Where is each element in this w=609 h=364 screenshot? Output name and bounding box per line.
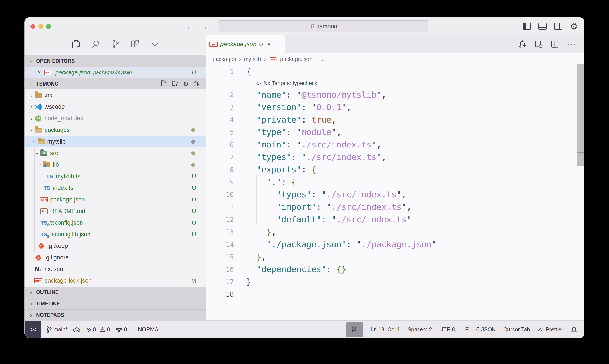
code-line-3[interactable]: 3 "version": "0.0.1", <box>206 101 584 114</box>
tree-item-mytslib[interactable]: ›mytslib <box>25 136 206 147</box>
extensions-icon[interactable] <box>131 40 140 49</box>
code-line-4[interactable]: 4 "private": true, <box>206 114 584 126</box>
formatter-indicator[interactable]: ✓✓ Prettier <box>537 326 563 333</box>
branch-indicator[interactable]: main* <box>46 326 68 333</box>
source-control-icon[interactable] <box>111 40 120 49</box>
tree-item-readme-md[interactable]: M↓README.mdU <box>25 205 206 217</box>
tree-item--gitkeep[interactable]: ⑂.gitkeep <box>25 240 206 252</box>
toggle-primary-sidebar-icon[interactable] <box>523 23 531 30</box>
breadcrumb-mytslib[interactable]: mytslib <box>244 56 261 62</box>
problems-indicator[interactable]: ⊗ 0 ⚠ 0 <box>86 326 110 333</box>
tree-item-tsconfig-json[interactable]: TS⚙tsconfig.jsonU <box>25 217 206 229</box>
tree-item-label: .gitignore <box>44 254 69 261</box>
close-editor-icon[interactable]: × <box>38 69 41 76</box>
ports-indicator[interactable]: 0 <box>116 326 127 333</box>
compare-changes-icon[interactable] <box>519 40 526 48</box>
encoding-setting[interactable]: UTF-8 <box>439 326 455 333</box>
tab-close-icon[interactable]: × <box>267 40 271 48</box>
code-line-15[interactable]: 15 }, <box>206 251 584 263</box>
git-branch-icon <box>46 326 52 333</box>
toggle-panel-icon[interactable] <box>538 23 547 30</box>
screencast-zoom-button[interactable] <box>346 323 363 337</box>
code-line-13[interactable]: 13 }, <box>206 226 584 238</box>
code-line-2[interactable]: 2 "name": "@tsmono/mytslib", <box>206 89 584 101</box>
open-changes-icon[interactable] <box>535 40 542 48</box>
tree-item-package-lock-json[interactable]: npmpackage-lock.jsonM <box>25 275 206 286</box>
code-line-18[interactable]: 18 <box>206 288 584 300</box>
new-folder-icon[interactable] <box>172 80 178 87</box>
tree-item-nx-json[interactable]: Nxnx.json <box>25 263 206 275</box>
chevron-down-icon[interactable] <box>151 40 159 49</box>
code-line-8[interactable]: 8 "exports": { <box>206 163 584 176</box>
search-view-icon[interactable] <box>91 40 100 49</box>
tree-item-index-ts[interactable]: TSindex.tsU <box>25 182 206 194</box>
tree-item-label: packages <box>44 127 70 133</box>
breadcrumb-packages[interactable]: packages <box>213 56 236 62</box>
chevron-collapsed-icon: › <box>28 289 34 296</box>
tree-item-label: tsconfig.lib.json <box>50 231 91 238</box>
chevron-icon: › <box>29 104 34 110</box>
code-line-1[interactable]: 1{ <box>206 65 584 78</box>
tab-package-json[interactable]: npm package.json U × <box>206 35 285 53</box>
tree-item--gitignore[interactable]: ⑂.gitignore <box>25 252 206 263</box>
panel-header-timeline[interactable]: ›TIMELINE <box>25 298 206 309</box>
nodejs-icon: JS <box>35 115 41 122</box>
eol-setting[interactable]: LF <box>462 326 468 333</box>
line-number: 8 <box>206 163 234 176</box>
split-editor-icon[interactable] <box>551 40 558 48</box>
more-actions-icon[interactable]: ··· <box>567 40 576 49</box>
code-line-17[interactable]: 17} <box>206 276 584 288</box>
sync-changes-button[interactable] <box>73 327 80 333</box>
code-line-16[interactable]: 16 "dependencies": {} <box>206 263 584 276</box>
code-line-7[interactable]: 7 "types": "./src/index.ts", <box>206 151 584 163</box>
traffic-close-button[interactable] <box>30 24 35 29</box>
codelens-nx-targets[interactable]: ▷Nx Targets: typecheck <box>206 78 584 89</box>
explorer-header[interactable]: › TSMONO ↻ <box>25 78 206 90</box>
traffic-minimize-button[interactable] <box>38 24 43 29</box>
command-center-search[interactable]: tsmono <box>219 20 428 32</box>
code-line-5[interactable]: 5 "type": "module", <box>206 126 584 139</box>
tree-item-tsconfig-lib-json[interactable]: TS⚙tsconfig.lib.jsonU <box>25 229 206 240</box>
new-file-icon[interactable] <box>160 80 167 87</box>
tree-item-node-modules[interactable]: ›JSnode_modules <box>25 113 206 124</box>
forward-arrow-icon[interactable]: → <box>200 22 208 31</box>
cursor-tab-toggle[interactable]: Cursor Tab <box>503 326 530 333</box>
explorer-icon[interactable] <box>72 40 80 49</box>
toggle-secondary-sidebar-icon[interactable] <box>554 23 562 30</box>
refresh-icon[interactable]: ↻ <box>183 80 189 88</box>
vertical-scrollbar[interactable] <box>577 64 584 166</box>
panel-header-notepads[interactable]: ›NOTEPADS <box>25 309 206 321</box>
tree-item--vscode[interactable]: ›.vscode <box>25 101 206 113</box>
error-count: 0 <box>93 326 96 333</box>
code-line-6[interactable]: 6 "main": "./src/index.ts", <box>206 139 584 151</box>
language-mode[interactable]: {} JSON <box>476 326 496 333</box>
collapse-all-icon[interactable] <box>193 80 200 87</box>
vim-mode-indicator[interactable]: -- NORMAL -- <box>133 326 166 333</box>
chevron-icon: › <box>28 127 35 133</box>
code-line-14[interactable]: 14 "./package.json": "./package.json" <box>206 238 584 251</box>
cursor-position[interactable]: Ln 18, Col 1 <box>371 326 400 333</box>
tree-item-packages[interactable]: ›packages <box>25 124 206 136</box>
code-line-10[interactable]: 10 "types": "./src/index.ts", <box>206 188 584 201</box>
tree-item-src[interactable]: ›src <box>25 147 206 159</box>
settings-gear-icon[interactable]: ⚙ <box>570 22 578 31</box>
chevron-expanded-icon: › <box>28 58 35 64</box>
code-line-9[interactable]: 9 ".": { <box>206 176 584 188</box>
breadcrumb-file[interactable]: package.json <box>280 56 312 62</box>
tree-item--nx[interactable]: ›.nx <box>25 90 206 101</box>
back-arrow-icon[interactable]: ← <box>186 22 194 31</box>
indentation-setting[interactable]: Spaces: 2 <box>408 326 432 333</box>
code-line-11[interactable]: 11 "import": "./src/index.ts", <box>206 201 584 213</box>
tree-item-lib[interactable]: ›lib <box>25 159 206 171</box>
code-line-12[interactable]: 12 "default": "./src/index.ts" <box>206 213 584 226</box>
open-editors-header[interactable]: › OPEN EDITORS <box>25 55 206 67</box>
breadcrumb-symbol[interactable]: ... <box>320 56 325 62</box>
open-editor-item[interactable]: × npm package.json packages/mytslib U <box>25 67 206 78</box>
traffic-zoom-button[interactable] <box>46 24 51 29</box>
tree-item-mytslib-ts[interactable]: TSmytslib.tsU <box>25 171 206 182</box>
panel-header-outline[interactable]: ›OUTLINE <box>25 286 206 298</box>
remote-indicator[interactable]: >< <box>25 321 41 338</box>
code-area[interactable]: 1{▷Nx Targets: typecheck2 "name": "@tsmo… <box>206 65 584 300</box>
notifications-bell-icon[interactable] <box>571 326 577 333</box>
tree-item-package-json[interactable]: npmpackage.jsonU <box>25 194 206 205</box>
